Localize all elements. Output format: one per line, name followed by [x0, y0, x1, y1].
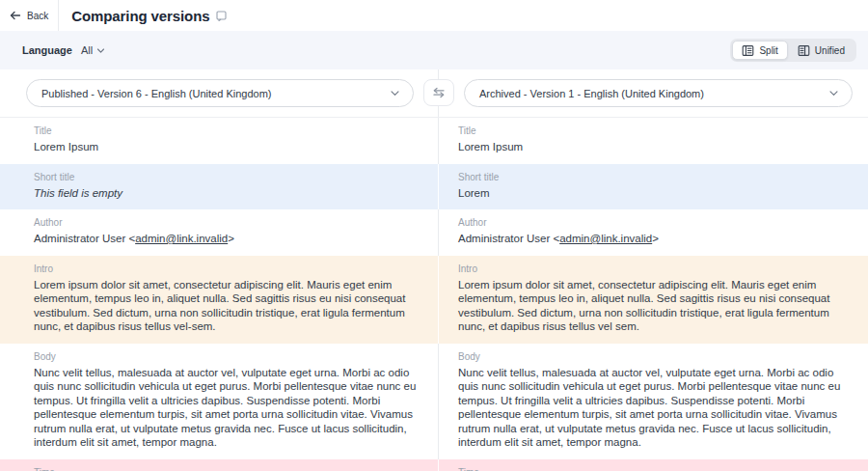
split-view-icon: [742, 44, 754, 57]
field-label: Time: [34, 467, 419, 471]
compare-row-intro: Intro Lorem ipsum dolor sit amet, consec…: [0, 256, 868, 344]
field-value: Lorem Ipsum: [34, 140, 419, 154]
field-label: Short title: [458, 172, 849, 182]
filter-toolbar: Language All Split: [0, 31, 868, 69]
language-selected-value: All: [81, 44, 93, 56]
field-cell-right: Intro Lorem ipsum dolor sit amet, consec…: [439, 256, 868, 344]
compare-row-title: Title Lorem Ipsum Title Lorem Ipsum: [0, 118, 868, 164]
field-value: Nunc velit tellus, malesuada at auctor v…: [458, 366, 849, 450]
comparing-versions-page: Back Comparing versions Language All: [0, 0, 868, 471]
header-divider: [58, 0, 59, 31]
field-label: Intro: [34, 263, 419, 274]
author-name: Administrator User <: [34, 233, 135, 244]
field-value: Nunc velit tellus, malesuada at auctor v…: [34, 366, 419, 450]
field-cell-right: Author Administrator User <admin@link.in…: [439, 209, 868, 256]
language-select[interactable]: All: [81, 44, 105, 56]
swap-horizontal-icon: [432, 87, 446, 98]
field-cell-right: Title Lorem Ipsum: [439, 118, 868, 164]
chevron-down-icon: [828, 88, 839, 98]
arrow-left-icon: [10, 10, 21, 21]
version-selector-row: Published - Version 6 - English (United …: [0, 69, 868, 117]
top-header-bar: Back Comparing versions: [0, 0, 868, 31]
left-version-value: Published - Version 6 - English (United …: [41, 88, 271, 99]
field-label: Title: [34, 125, 419, 136]
field-label: Intro: [458, 263, 849, 274]
field-cell-right: Short title Lorem: [439, 164, 868, 210]
back-button-label: Back: [27, 11, 48, 21]
field-cell-left: Author Administrator User <admin@link.in…: [0, 209, 439, 256]
unified-view-button[interactable]: Unified: [788, 41, 854, 60]
back-button[interactable]: Back: [8, 0, 58, 31]
split-view-label: Split: [759, 45, 777, 56]
split-view-button[interactable]: Split: [732, 41, 787, 60]
right-version-dropdown[interactable]: Archived - Version 1 - English (United K…: [464, 79, 853, 107]
language-label: Language: [22, 44, 72, 56]
left-version-cell: Published - Version 6 - English (United …: [0, 69, 439, 117]
page-title: Comparing versions: [71, 8, 209, 24]
field-value: Lorem ipsum dolor sit amet, consectetur …: [34, 278, 419, 334]
field-label: Short title: [34, 172, 419, 182]
field-label: Time: [458, 467, 849, 471]
field-cell-left: Short title This field is empty: [0, 164, 439, 210]
field-label: Body: [34, 351, 419, 362]
compare-row-author: Author Administrator User <admin@link.in…: [0, 209, 868, 256]
comment-icon: [216, 11, 227, 21]
field-value: Lorem: [458, 186, 849, 201]
field-label: Author: [34, 217, 419, 228]
author-suffix: >: [652, 233, 659, 244]
unified-view-icon: [798, 44, 810, 57]
compare-row-time: Time 12:00 Time This field is empty: [0, 459, 868, 471]
field-cell-left: Title Lorem Ipsum: [0, 118, 439, 164]
field-value: Lorem ipsum dolor sit amet, consectetur …: [458, 278, 849, 334]
field-cell-left: Time 12:00: [0, 459, 439, 471]
field-label: Author: [458, 217, 849, 228]
field-cell-right: Body Nunc velit tellus, malesuada at auc…: [439, 344, 868, 459]
chevron-down-icon: [390, 88, 400, 98]
author-suffix: >: [228, 233, 234, 244]
field-value: Lorem Ipsum: [458, 140, 849, 154]
language-group: Language All: [22, 44, 105, 56]
field-value: Administrator User <admin@link.invalid>: [34, 232, 419, 246]
compare-row-body: Body Nunc velit tellus, malesuada at auc…: [0, 344, 868, 459]
field-label: Title: [458, 125, 849, 136]
field-cell-left: Intro Lorem ipsum dolor sit amet, consec…: [0, 256, 439, 344]
left-version-dropdown[interactable]: Published - Version 6 - English (United …: [26, 79, 414, 107]
field-label: Body: [458, 351, 849, 362]
swap-versions-button[interactable]: [423, 79, 454, 106]
compare-row-short-title: Short title This field is empty Short ti…: [0, 164, 868, 210]
unified-view-label: Unified: [815, 45, 845, 56]
right-version-value: Archived - Version 1 - English (United K…: [479, 88, 704, 99]
page-title-wrap: Comparing versions: [71, 8, 227, 24]
field-cell-right: Time This field is empty: [439, 459, 868, 471]
comparison-rows: Title Lorem Ipsum Title Lorem Ipsum Shor…: [0, 117, 868, 471]
author-name: Administrator User <: [458, 233, 559, 244]
right-version-cell: Archived - Version 1 - English (United K…: [439, 69, 868, 117]
chevron-down-icon: [96, 46, 105, 55]
view-mode-toggle: Split Unified: [730, 39, 856, 62]
author-email-link[interactable]: admin@link.invalid: [559, 233, 652, 244]
field-value-empty: This field is empty: [34, 186, 419, 201]
field-cell-left: Body Nunc velit tellus, malesuada at auc…: [0, 344, 439, 459]
field-value: Administrator User <admin@link.invalid>: [458, 232, 849, 246]
author-email-link[interactable]: admin@link.invalid: [135, 233, 228, 244]
